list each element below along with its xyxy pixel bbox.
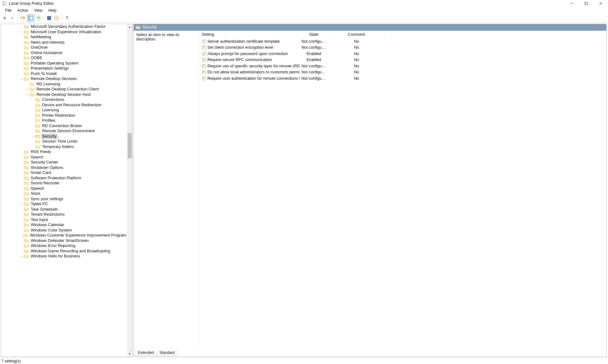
tree-item[interactable]: Security Center <box>1 160 127 165</box>
tree-item[interactable]: Printer Redirection <box>1 113 127 118</box>
setting-row[interactable]: Require use of specific security layer f… <box>200 63 606 69</box>
tree-item[interactable]: Portable Operating System <box>1 61 127 66</box>
help-button[interactable]: ? <box>46 15 53 22</box>
menu-file[interactable]: File <box>3 8 14 13</box>
tree-item[interactable]: Windows Error Reporting <box>1 243 127 249</box>
col-comment[interactable]: Comment <box>328 31 385 38</box>
tree-item[interactable]: Remote Session Environment <box>1 128 127 134</box>
tree-item[interactable]: Connections <box>1 97 127 102</box>
tree-item[interactable]: ›Remote Desktop Connection Client <box>1 87 127 92</box>
detail-title: Security <box>142 25 157 29</box>
tree-item[interactable]: OOBE <box>1 55 127 61</box>
tree-item[interactable]: ›Microsoft User Experience Virtualizatio… <box>1 29 127 35</box>
tree-item[interactable]: ›Security <box>1 134 127 139</box>
tree-item[interactable]: OneDrive <box>1 45 127 50</box>
expander-icon[interactable]: ⌄ <box>19 77 24 81</box>
tree-item[interactable]: Device and Resource Redirection <box>1 102 127 108</box>
tree-item[interactable]: Windows Customer Experience Improvement … <box>1 233 127 238</box>
setting-row[interactable]: Require user authentication for remote c… <box>200 75 606 82</box>
tree-item[interactable]: Profiles <box>1 118 127 123</box>
expander-icon[interactable]: ⌄ <box>25 93 29 96</box>
expander-icon[interactable]: › <box>19 30 24 34</box>
tree-item[interactable]: RD Connection Broker <box>1 123 127 129</box>
back-button[interactable] <box>1 15 8 22</box>
tree-item[interactable]: Sync your settings <box>1 196 127 202</box>
maximize-button[interactable] <box>579 0 593 7</box>
folder-icon <box>24 150 29 154</box>
tree-item[interactable]: Presentation Settings <box>1 66 127 71</box>
scroll-down-icon[interactable]: ▼ <box>127 351 132 356</box>
folder-icon <box>24 165 29 170</box>
setting-row[interactable]: Require secure RPC communicationEnabledN… <box>200 57 606 63</box>
tree-item[interactable]: ⌄Remote Desktop Services <box>1 76 127 82</box>
folder-icon <box>24 155 29 159</box>
tree-item[interactable]: Tenant Restrictions <box>1 212 127 217</box>
folder-icon <box>24 207 29 212</box>
menu-action[interactable]: Action <box>15 8 31 13</box>
tree-item[interactable]: Windows Game Recording and Broadcasting <box>1 249 127 254</box>
col-setting[interactable]: Setting <box>200 31 300 38</box>
policy-tree[interactable]: Microsoft Secondary Authentication Facto… <box>1 24 127 259</box>
tree-scrollbar[interactable]: ▲ ▼ <box>127 24 132 356</box>
tree-item[interactable]: NetMeeting <box>1 34 127 40</box>
tree-item[interactable]: Windows Calendar <box>1 222 127 228</box>
filter-button[interactable] <box>64 15 71 22</box>
tree-item[interactable]: ›Tablet PC <box>1 201 127 207</box>
setting-row[interactable]: Always prompt for password upon connecti… <box>200 51 606 57</box>
tab-extended[interactable]: Extended <box>134 350 157 356</box>
tree-item[interactable]: Windows Defender SmartScreen <box>1 238 127 244</box>
tree-item[interactable]: Shutdown Options <box>1 165 127 170</box>
setting-row[interactable]: Do not allow local administrators to cus… <box>200 69 606 76</box>
tree-item[interactable]: Push To Install <box>1 71 127 77</box>
tree-item[interactable]: Temporary folders <box>1 144 127 150</box>
tree-item[interactable]: Store <box>1 191 127 196</box>
tree-item[interactable]: Software Protection Platform <box>1 176 127 181</box>
tree-item[interactable]: Text Input <box>1 217 127 223</box>
tree-item[interactable]: ›Windows Hello for Business <box>1 254 127 259</box>
col-state[interactable]: State <box>300 31 328 38</box>
folder-icon <box>24 71 29 76</box>
export-list-button[interactable] <box>35 15 42 22</box>
tree-item[interactable]: News and interests <box>1 40 127 45</box>
tree-item[interactable]: ⌄Remote Desktop Session Host <box>1 92 127 97</box>
tree-item[interactable]: RSS Feeds <box>1 149 127 155</box>
menu-help[interactable]: Help <box>46 8 59 13</box>
tree-item-label: Sync your settings <box>30 197 64 201</box>
tree-item[interactable]: Session Time Limits <box>1 139 127 144</box>
folder-icon <box>35 124 40 128</box>
close-button[interactable] <box>593 0 608 7</box>
minimize-button[interactable] <box>564 0 579 7</box>
tree-item[interactable]: Task Scheduler <box>1 207 127 212</box>
folder-icon <box>24 160 29 164</box>
show-hide-tree-button[interactable] <box>27 14 35 22</box>
tree-item[interactable]: RD Licensing <box>1 82 127 87</box>
tree-item[interactable]: Windows Color System <box>1 228 127 233</box>
tree-item-label: Connections <box>41 97 65 102</box>
tree-item[interactable]: Microsoft Secondary Authentication Facto… <box>1 24 127 29</box>
scroll-thumb[interactable] <box>128 133 132 158</box>
tree-item[interactable]: Smart Card <box>1 170 127 176</box>
tab-standard[interactable]: Standard <box>155 350 178 356</box>
tree-item-label: Online Assistance <box>30 51 63 55</box>
folder-icon <box>24 197 29 201</box>
forward-button[interactable] <box>9 15 16 22</box>
tree-item[interactable]: Sound Recorder <box>1 181 127 186</box>
expander-icon[interactable]: › <box>31 134 35 138</box>
expander-icon[interactable]: › <box>25 88 29 91</box>
tree-item[interactable]: Licensing <box>1 108 127 113</box>
tree-item-label: Speech <box>30 186 45 191</box>
setting-row[interactable]: Set client connection encryption levelNo… <box>200 45 606 51</box>
expander-icon[interactable]: › <box>19 255 24 258</box>
tree-item-label: Tablet PC <box>30 202 49 206</box>
detail-header: Security <box>134 24 606 31</box>
scroll-up-icon[interactable]: ▲ <box>127 24 132 29</box>
tree-item[interactable]: Online Assistance <box>1 50 127 56</box>
setting-row[interactable]: Server authentication certificate templa… <box>200 38 606 45</box>
tree-item[interactable]: Search <box>1 155 127 160</box>
expander-icon[interactable]: › <box>19 202 24 206</box>
up-one-level-button[interactable] <box>19 15 26 22</box>
menu-view[interactable]: View <box>31 8 45 13</box>
all-settings-button[interactable] <box>53 15 60 22</box>
setting-comment: No <box>328 75 385 82</box>
tree-item[interactable]: Speech <box>1 186 127 191</box>
